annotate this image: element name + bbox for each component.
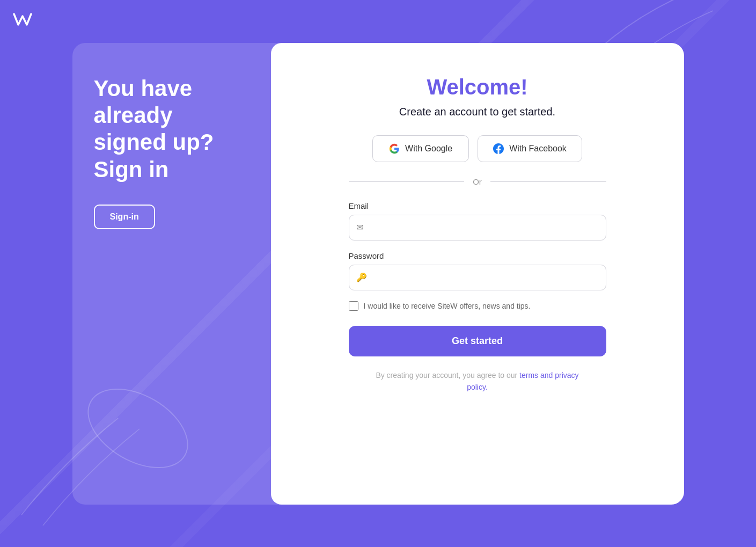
password-input[interactable]	[349, 265, 606, 290]
password-input-wrapper: 🔑	[349, 265, 606, 290]
facebook-sign-in-button[interactable]: With Facebook	[478, 135, 582, 162]
google-icon	[389, 143, 400, 154]
terms-text: By creating your account, you agree to o…	[376, 369, 579, 393]
email-input[interactable]	[349, 215, 606, 240]
facebook-button-label: With Facebook	[509, 144, 567, 154]
logo	[13, 11, 32, 32]
left-panel-heading: You have already signed up? Sign in	[94, 75, 249, 184]
terms-prefix: By creating your account, you agree to o…	[376, 371, 519, 380]
divider: Or	[349, 177, 606, 186]
welcome-title: Welcome!	[427, 75, 527, 99]
facebook-icon	[493, 143, 504, 154]
newsletter-checkbox[interactable]	[349, 301, 358, 311]
subtitle: Create an account to get started.	[399, 106, 555, 118]
password-form-group: Password 🔑	[349, 251, 606, 290]
newsletter-checkbox-label: I would like to receive SiteW offers, ne…	[364, 302, 531, 310]
divider-line-left	[349, 181, 465, 182]
divider-line-right	[490, 181, 606, 182]
email-input-wrapper: ✉	[349, 215, 606, 240]
google-sign-in-button[interactable]: With Google	[372, 135, 469, 162]
sign-in-button[interactable]: Sign-in	[94, 205, 155, 229]
email-form-group: Email ✉	[349, 201, 606, 240]
main-card: You have already signed up? Sign in Sign…	[72, 43, 684, 505]
left-panel: You have already signed up? Sign in Sign…	[72, 43, 271, 505]
get-started-button[interactable]: Get started	[349, 326, 606, 356]
email-label: Email	[349, 201, 606, 210]
newsletter-checkbox-row: I would like to receive SiteW offers, ne…	[349, 301, 606, 311]
divider-text: Or	[473, 177, 482, 186]
password-label: Password	[349, 251, 606, 260]
social-buttons-row: With Google With Facebook	[372, 135, 582, 162]
google-button-label: With Google	[405, 144, 452, 154]
right-panel: Welcome! Create an account to get starte…	[271, 43, 684, 505]
